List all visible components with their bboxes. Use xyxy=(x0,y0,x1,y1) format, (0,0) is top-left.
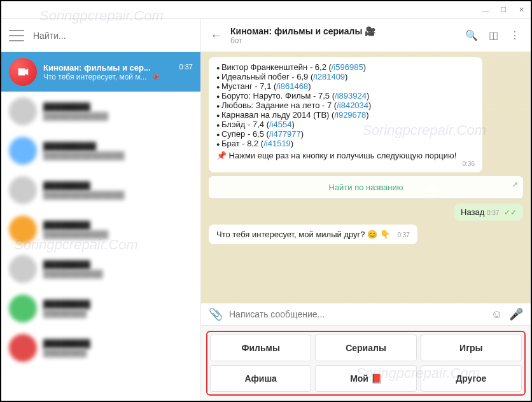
keyboard-button[interactable]: Мой 📕 xyxy=(315,365,416,392)
header-title: Киноман: фильмы и сериалы 🎥 xyxy=(230,26,375,36)
message-in: Виктор Франкенштейн - 6,2 (/i596985) Иде… xyxy=(209,57,482,172)
message-out: Назад 0:37 ✓✓ xyxy=(454,204,523,221)
message-time: 0:36 xyxy=(216,160,475,167)
close-button[interactable]: ✕ xyxy=(515,6,527,14)
more-icon[interactable]: ⋮ xyxy=(508,29,522,43)
keyboard-button[interactable]: Игры xyxy=(421,335,522,361)
link[interactable]: /i929678 xyxy=(334,110,366,120)
chat-subtitle: Что тебя интересует, мой м... xyxy=(43,73,147,81)
movie-list: Виктор Франкенштейн - 6,2 (/i596985) Иде… xyxy=(216,62,475,148)
chat-item[interactable]: ████████████████████ xyxy=(1,210,200,249)
minimize-button[interactable]: — xyxy=(480,6,491,14)
link[interactable]: /i596985 xyxy=(332,62,363,72)
inline-button-label: Найти по названию xyxy=(329,183,403,192)
link[interactable]: /i842034 xyxy=(337,100,368,110)
mic-icon[interactable]: 🎤 xyxy=(509,307,523,321)
avatar xyxy=(9,58,37,86)
sidebar: Киноман: фильмы и сер... 0:37 Что тебя и… xyxy=(1,19,201,401)
chat-item[interactable]: ████████████████████████ xyxy=(1,131,200,170)
chat-item[interactable]: ████████████████████ xyxy=(1,92,200,131)
link[interactable]: /i861468 xyxy=(276,81,308,91)
chat-time: 0:37 xyxy=(179,63,193,73)
keyboard-button[interactable]: Афиша xyxy=(210,365,311,392)
message-input[interactable] xyxy=(229,309,485,319)
keyboard-button[interactable]: Сериалы xyxy=(315,335,416,361)
link[interactable]: /i41519 xyxy=(263,139,291,148)
chat-item[interactable]: ███████████████████████ xyxy=(1,170,200,210)
link[interactable]: /i477977 xyxy=(269,129,301,139)
keyboard-button[interactable]: Другое xyxy=(421,365,522,392)
chat-item[interactable]: ████████████████ xyxy=(1,328,200,368)
messages-area[interactable]: Виктор Франкенштейн - 6,2 (/i596985) Иде… xyxy=(201,52,531,303)
keyboard-highlight: Фильмы Сериалы Игры Афиша Мой 📕 Другое xyxy=(206,331,526,396)
chat-main: ← Киноман: фильмы и сериалы 🎥 бот 🔍 ◫ ⋮ … xyxy=(201,19,531,401)
search-icon[interactable]: 🔍 xyxy=(465,29,479,43)
link[interactable]: /i281409 xyxy=(313,72,345,81)
sidebar-top xyxy=(1,19,200,52)
pin-icon: 📌 xyxy=(151,74,159,81)
panel-icon[interactable]: ◫ xyxy=(486,29,500,43)
chat-header: ← Киноман: фильмы и сериалы 🎥 бот 🔍 ◫ ⋮ xyxy=(201,19,531,52)
chat-item[interactable]: ████████████████ xyxy=(1,289,200,328)
read-ticks-icon: ✓✓ xyxy=(504,208,517,217)
search-input[interactable] xyxy=(33,31,193,41)
reply-keyboard: Фильмы Сериалы Игры Афиша Мой 📕 Другое xyxy=(201,325,531,401)
link[interactable]: /i893924 xyxy=(335,91,367,100)
share-icon: ↗ xyxy=(512,180,518,189)
emoji-icon[interactable]: ☺ xyxy=(491,308,503,321)
message-in: Что тебя интересует, мой милый друг? 😊 👇… xyxy=(209,225,417,244)
message-footer: 📌 Нажми еще раз на кнопку и получишь сле… xyxy=(216,151,475,160)
link[interactable]: /i4554 xyxy=(269,120,291,129)
maximize-button[interactable]: ☐ xyxy=(498,6,509,14)
input-row: 📎 ☺ 🎤 xyxy=(201,303,531,325)
header-subtitle: бот xyxy=(230,36,375,45)
chat-list: Киноман: фильмы и сер... 0:37 Что тебя и… xyxy=(1,52,200,401)
attach-icon[interactable]: 📎 xyxy=(209,307,223,321)
chat-title: Киноман: фильмы и сер... xyxy=(43,63,151,73)
inline-button[interactable]: Найти по названию ↗ xyxy=(209,176,523,198)
window-titlebar: — ☐ ✕ xyxy=(1,1,531,19)
menu-icon[interactable] xyxy=(9,30,24,41)
chat-item[interactable]: ███████████████████ xyxy=(1,249,200,289)
chat-item-active[interactable]: Киноман: фильмы и сер... 0:37 Что тебя и… xyxy=(1,52,200,92)
back-icon[interactable]: ← xyxy=(210,28,223,43)
keyboard-button[interactable]: Фильмы xyxy=(210,335,311,361)
